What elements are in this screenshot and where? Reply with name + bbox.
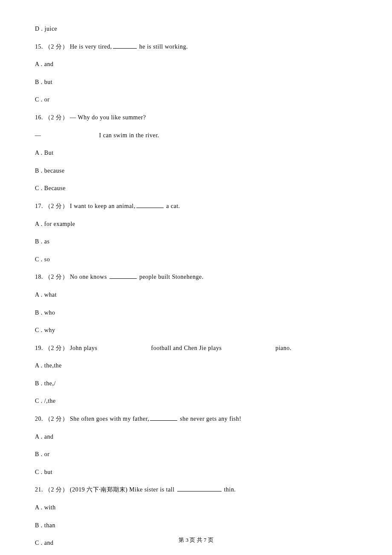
q20-stem-pre: 20. （2 分） She often goes with my father, [35,416,149,422]
q15-stem-pre: 15. （2 分） He is very tired, [35,43,112,50]
q14-option-d: D . juice [35,25,379,33]
q18-stem-pre: 18. （2 分） No one knows [35,274,109,280]
q21-stem-post: thin. [222,486,236,493]
q21-stem: 21. （2 分） (2019 六下·南郑期末) Mike sister is … [35,486,379,494]
q19-option-c: C . /,the [35,397,379,405]
q15-stem: 15. （2 分） He is very tired, he is still … [35,43,379,51]
q17-option-b: B . as [35,237,379,246]
q21-option-b: B . than [35,521,379,530]
q16-line2: ―I can swim in the river. [35,131,379,140]
q18-stem: 18. （2 分） No one knows people built Ston… [35,273,379,281]
page-footer: 第 3 页 共 7 页 [0,536,392,544]
q17-option-c: C . so [35,255,379,264]
q19-stem: 19. （2 分） John playsfootball and Chen Ji… [35,344,379,353]
q15-option-a: A . and [35,60,379,69]
q16-option-a: A . But [35,149,379,157]
q17-stem-post: a cat. [164,203,180,209]
q20-option-c: C . but [35,468,379,477]
blank [177,486,222,491]
q15-option-c: C . or [35,95,379,104]
blank [150,415,177,421]
q20-option-b: B . or [35,450,379,459]
blank [136,202,164,208]
q19-stem-post: piano. [275,345,291,351]
q15-option-b: B . but [35,78,379,87]
q18-option-c: C . why [35,326,379,335]
q15-stem-post: he is still working. [138,43,188,50]
blank [110,273,137,279]
q19-stem-pre: 19. （2 分） John plays [35,345,98,351]
q21-option-a: A . with [35,503,379,512]
q18-stem-post: people built Stonehenge. [138,274,204,280]
q20-stem-post: she never gets any fish! [178,416,241,422]
q17-stem: 17. （2 分） I want to keep an animal, a ca… [35,202,379,211]
q19-option-b: B . the,/ [35,379,379,388]
q17-option-a: A . for example [35,220,379,228]
q18-option-a: A . what [35,291,379,299]
q16-stem: 16. （2 分） ― Why do you like summer? [35,113,379,122]
q19-option-a: A . the,the [35,361,379,370]
q16-line2-pre: ― [35,132,41,139]
q20-stem: 20. （2 分） She often goes with my father,… [35,415,379,423]
blank [113,43,137,49]
q19-stem-mid: football and Chen Jie plays [151,345,222,351]
q16-option-b: B . because [35,167,379,175]
q16-line2-post: I can swim in the river. [99,132,159,139]
q18-option-b: B . who [35,309,379,317]
q21-stem-pre: 21. （2 分） (2019 六下·南郑期末) Mike sister is … [35,486,176,493]
q20-option-a: A . and [35,433,379,441]
q16-option-c: C . Because [35,184,379,193]
q17-stem-pre: 17. （2 分） I want to keep an animal, [35,203,135,209]
